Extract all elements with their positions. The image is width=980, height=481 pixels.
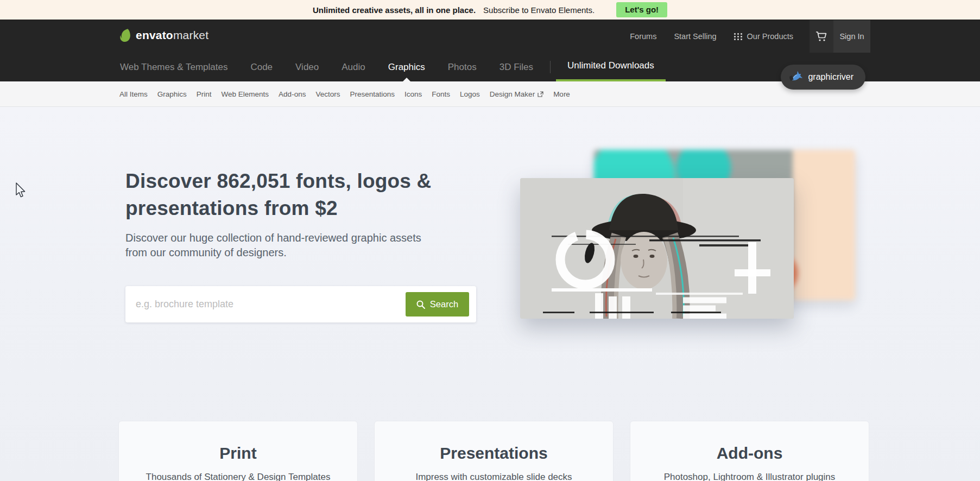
envato-leaf-icon: [119, 28, 132, 42]
subnav-print[interactable]: Print: [192, 90, 217, 98]
hero-artwork-card: [520, 178, 794, 319]
forums-link[interactable]: Forums: [621, 32, 665, 41]
envato-market-page: Unlimited creative assets, all in one pl…: [0, 0, 980, 481]
apps-grid-icon: [734, 33, 743, 40]
logo-brand: envato: [136, 29, 173, 41]
subnav-all-items[interactable]: All Items: [119, 90, 153, 98]
subnav-logos[interactable]: Logos: [455, 90, 485, 98]
nav-divider: [550, 61, 551, 73]
logo-suffix: market: [173, 29, 208, 41]
external-link-icon: [538, 91, 543, 97]
search-icon: [416, 300, 425, 309]
nav-3d-files[interactable]: 3D Files: [488, 52, 545, 82]
subnav-web-elements[interactable]: Web Elements: [217, 90, 274, 98]
nav-unlimited-downloads[interactable]: Unlimited Downloads: [556, 52, 666, 82]
nav-photos[interactable]: Photos: [437, 52, 488, 82]
search-bar: Search: [125, 286, 476, 322]
graphicriver-label: graphicriver: [808, 72, 853, 82]
search-button-label: Search: [430, 299, 458, 309]
card-add-ons-description: Photoshop, Lightroom & Illustrator plugi…: [630, 472, 869, 481]
subnav-graphics[interactable]: Graphics: [153, 90, 192, 98]
cart-button[interactable]: [810, 20, 833, 53]
card-presentations[interactable]: Presentations Impress with customizable …: [374, 421, 614, 481]
hero-title-line2: presentations from $2: [125, 195, 431, 222]
design-maker-label: Design Maker: [490, 90, 535, 98]
nav-code[interactable]: Code: [239, 52, 284, 82]
search-input[interactable]: [125, 286, 397, 322]
search-button[interactable]: Search: [406, 292, 469, 317]
subnav-add-ons[interactable]: Add-ons: [274, 90, 311, 98]
hero-subtitle: Discover our huge collection of hand-rev…: [125, 231, 440, 260]
subnav-presentations[interactable]: Presentations: [345, 90, 400, 98]
promo-message-bold: Unlimited creative assets, all in one pl…: [313, 5, 476, 15]
our-products-label: Our Products: [747, 32, 793, 41]
card-print-description: Thousands of Stationery & Design Templat…: [119, 472, 357, 481]
hero-artwork-portrait: [520, 178, 794, 319]
nav-audio[interactable]: Audio: [330, 52, 376, 82]
hero-section: Discover 862,051 fonts, logos & presenta…: [0, 107, 980, 481]
promo-banner: Unlimited creative assets, all in one pl…: [0, 0, 980, 20]
card-presentations-title: Presentations: [375, 444, 613, 463]
subnav-more[interactable]: More: [548, 90, 575, 98]
sign-in-button[interactable]: Sign In: [833, 20, 870, 53]
nav-video[interactable]: Video: [284, 52, 330, 82]
card-add-ons[interactable]: Add-ons Photoshop, Lightroom & Illustrat…: [630, 421, 869, 481]
card-add-ons-title: Add-ons: [630, 444, 869, 463]
lets-go-button[interactable]: Let's go!: [616, 2, 667, 17]
hero-title-line1: Discover 862,051 fonts, logos &: [125, 168, 431, 195]
subnav-icons[interactable]: Icons: [400, 90, 427, 98]
cart-icon: [815, 31, 827, 42]
subnav-vectors[interactable]: Vectors: [311, 90, 345, 98]
card-print[interactable]: Print Thousands of Stationery & Design T…: [118, 421, 358, 481]
utility-nav: Forums Start Selling Our Products Sign I…: [621, 20, 870, 53]
graphicriver-badge[interactable]: graphicriver: [781, 65, 865, 90]
envato-market-logo[interactable]: envatomarket: [119, 28, 208, 42]
card-print-title: Print: [119, 444, 357, 463]
our-products-menu[interactable]: Our Products: [725, 32, 802, 41]
nav-graphics-label: Graphics: [388, 62, 425, 73]
subnav-design-maker[interactable]: Design Maker: [485, 90, 548, 98]
category-cards: Print Thousands of Stationery & Design T…: [118, 421, 869, 481]
graphicriver-fish-icon: [789, 71, 804, 84]
start-selling-link[interactable]: Start Selling: [665, 32, 725, 41]
nav-web-themes[interactable]: Web Themes & Templates: [120, 52, 239, 82]
card-presentations-description: Impress with customizable slide decks: [375, 472, 613, 481]
subnav-fonts[interactable]: Fonts: [427, 90, 455, 98]
logo-text: envatomarket: [136, 29, 208, 42]
hero-title: Discover 862,051 fonts, logos & presenta…: [125, 168, 431, 222]
nav-graphics[interactable]: Graphics: [377, 52, 437, 82]
promo-message: Subscribe to Envato Elements.: [483, 5, 595, 15]
